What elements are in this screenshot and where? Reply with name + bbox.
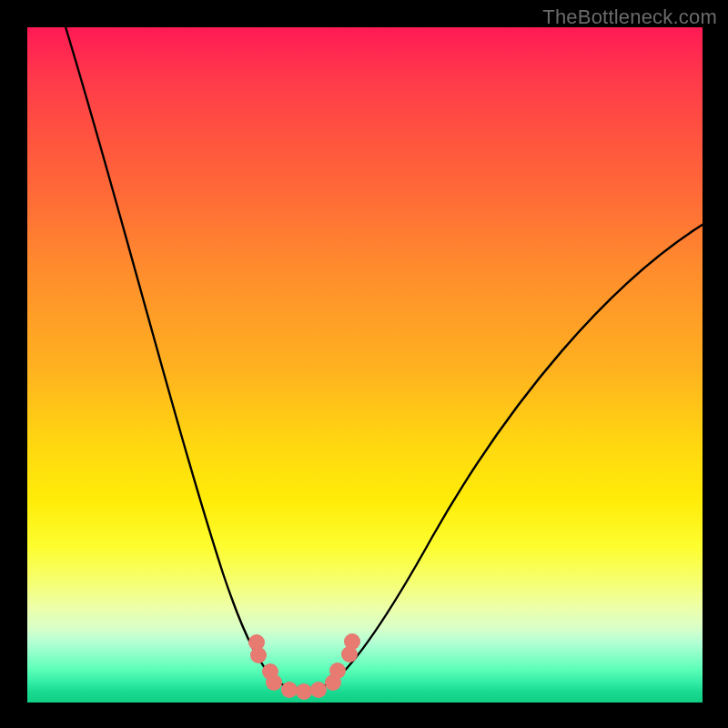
svg-point-1	[250, 647, 267, 663]
svg-point-10	[344, 633, 360, 650]
svg-point-3	[266, 674, 282, 691]
chart-container: TheBottleneck.com	[0, 0, 728, 728]
watermark-text: TheBottleneck.com	[542, 5, 717, 29]
svg-point-8	[329, 662, 346, 679]
svg-point-6	[310, 682, 327, 698]
curve-left-branch	[60, 9, 278, 682]
bottleneck-curve-svg	[27, 27, 703, 703]
svg-point-4	[281, 682, 298, 698]
svg-point-5	[296, 683, 312, 700]
curve-right-branch	[332, 223, 705, 682]
marker-group	[248, 633, 360, 700]
plot-area	[27, 27, 703, 703]
